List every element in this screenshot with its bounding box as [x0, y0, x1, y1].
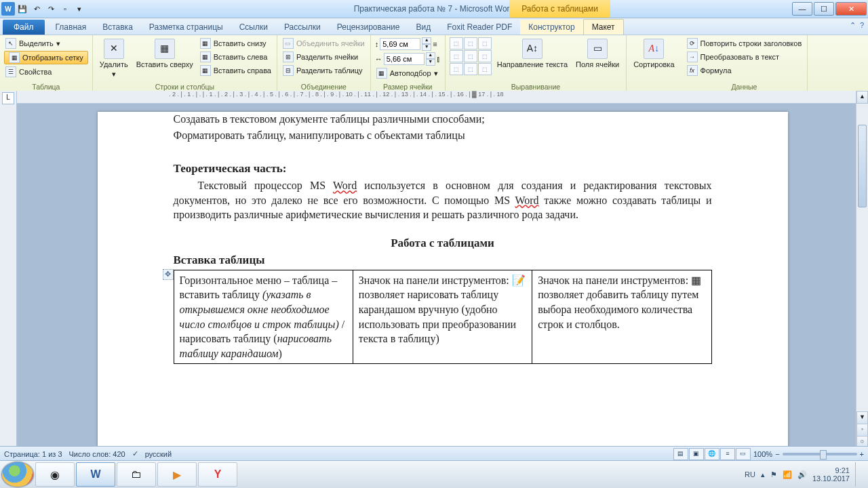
properties-button[interactable]: ☰Свойства — [4, 66, 88, 78]
col-width-input[interactable] — [384, 53, 425, 65]
page-indicator[interactable]: Страница: 1 из 3 — [4, 450, 62, 458]
spelling-error: Word — [333, 180, 357, 191]
col-left-icon: ▦ — [200, 52, 211, 62]
ribbon-tabs: Файл Главная Вставка Разметка страницы С… — [0, 18, 868, 35]
taskbar-explorer[interactable]: 🗀 — [117, 462, 156, 487]
minimize-ribbon-icon[interactable]: ⌃ — [850, 21, 856, 30]
tab-view[interactable]: Вид — [408, 20, 439, 35]
insert-above-button[interactable]: ▦Вставить сверху — [134, 37, 196, 70]
tray-lang[interactable]: RU — [745, 470, 755, 479]
taskbar-yandex[interactable]: Y — [198, 462, 237, 487]
taskbar: ◉ W 🗀 ▶ Y RU ▴ ⚑ 📶 🔊 9:21 13.10.2017 — [0, 460, 868, 488]
draft-view[interactable]: ▭ — [736, 448, 751, 460]
undo-icon[interactable]: ↶ — [30, 2, 43, 16]
new-icon[interactable]: ▫ — [58, 2, 72, 16]
zoom-slider[interactable] — [783, 453, 857, 455]
web-view[interactable]: 🌐 — [705, 448, 719, 460]
autofit-button[interactable]: ▦Автоподбор▾ — [375, 67, 441, 79]
sort-icon: A↓ — [644, 39, 664, 59]
print-layout-view[interactable]: ▤ — [673, 448, 688, 460]
page[interactable]: Создавать в текстовом документе таблицы … — [98, 112, 788, 461]
cell-margins-button[interactable]: ▭Поля ячейки — [573, 37, 622, 70]
minimize-button[interactable]: — — [792, 2, 812, 16]
tray-volume-icon[interactable]: 🔊 — [797, 470, 807, 479]
tray-time[interactable]: 9:21 — [812, 466, 850, 474]
scroll-down-button[interactable]: ▼ — [856, 411, 868, 424]
start-button[interactable] — [1, 462, 34, 487]
scroll-thumb[interactable] — [858, 125, 867, 207]
help-icon[interactable]: ? — [860, 21, 864, 30]
text-direction-button[interactable]: A↕Направление текста — [494, 37, 570, 70]
outline-view[interactable]: ≡ — [720, 448, 735, 460]
split-cells-button[interactable]: ⊞Разделить ячейки — [281, 51, 366, 63]
maximize-button[interactable]: ☐ — [814, 2, 834, 16]
insert-left-button[interactable]: ▦Вставить слева — [199, 51, 273, 63]
tab-pagelayout[interactable]: Разметка страницы — [141, 20, 231, 35]
heading: Теоретическая часть: — [174, 161, 712, 177]
dist-cols-icon[interactable]: ⫿ — [437, 55, 441, 63]
repeat-header-button[interactable]: ⟳Повторить строки заголовков — [686, 37, 804, 49]
taskbar-chrome[interactable]: ◉ — [35, 462, 75, 487]
grid-icon: ▦ — [9, 52, 20, 63]
insert-right-button[interactable]: ▦Вставить справа — [199, 64, 273, 77]
qat-dropdown-icon[interactable]: ▾ — [73, 2, 86, 16]
close-button[interactable]: ✕ — [835, 2, 867, 16]
tab-review[interactable]: Рецензирование — [329, 20, 408, 35]
tab-references[interactable]: Ссылки — [231, 20, 276, 35]
col-width-spinner[interactable]: ↔▲▼⫿ — [375, 52, 441, 66]
row-height-spinner[interactable]: ↕▲▼≡ — [375, 37, 441, 51]
document-table[interactable]: Горизонтальное меню – таблица – вставить… — [174, 270, 712, 365]
redo-icon[interactable]: ↷ — [44, 2, 58, 16]
tab-foxit[interactable]: Foxit Reader PDF — [439, 20, 520, 35]
table-cell[interactable]: Горизонтальное меню – таблица – вставить… — [174, 270, 353, 364]
proofing-icon[interactable]: ✓ — [132, 449, 138, 458]
delete-button[interactable]: ✕Удалить▾ — [97, 37, 131, 79]
tab-mailings[interactable]: Рассылки — [276, 20, 329, 35]
view-gridlines-button[interactable]: ▦Отобразить сетку — [4, 51, 88, 64]
taskbar-media[interactable]: ▶ — [157, 462, 197, 487]
horizontal-ruler[interactable]: . 2 . | . 1 . | . | . 1 . | . 2 . | . 3 … — [17, 91, 868, 104]
select-button[interactable]: ↖Выделить▾ — [4, 37, 88, 49]
vertical-scrollbar[interactable]: ▲ ▼ ◦ ○ ◦ — [856, 91, 868, 461]
tray-date[interactable]: 13.10.2017 — [812, 474, 850, 483]
word-count[interactable]: Число слов: 420 — [69, 450, 125, 458]
tab-design[interactable]: Конструктор — [520, 20, 583, 35]
language-indicator[interactable]: русский — [145, 450, 172, 458]
document-canvas[interactable]: . 2 . | . 1 . | . | . 1 . | . 2 . | . 3 … — [17, 91, 868, 461]
formula-button[interactable]: fxФормула — [686, 64, 804, 77]
save-icon[interactable]: 💾 — [16, 2, 29, 16]
zoom-in-button[interactable]: + — [860, 450, 864, 458]
zoom-level[interactable]: 100% — [753, 450, 772, 458]
tab-layout[interactable]: Макет — [583, 19, 624, 35]
scroll-up-button[interactable]: ▲ — [856, 91, 868, 104]
tray-action-icon[interactable]: ⚑ — [770, 470, 777, 479]
table-cell[interactable]: Значок на панели инструментов: ▦ позволя… — [532, 270, 711, 364]
tray-flag-icon[interactable]: ▴ — [761, 470, 765, 479]
heading: Вставка таблицы — [174, 253, 712, 268]
zoom-out-button[interactable]: − — [775, 450, 779, 458]
dist-rows-icon[interactable]: ≡ — [433, 40, 437, 48]
fullscreen-view[interactable]: ▣ — [689, 448, 704, 460]
row-height-input[interactable] — [380, 38, 420, 50]
status-bar: Страница: 1 из 3 Число слов: 420 ✓ русск… — [0, 446, 868, 461]
sort-button[interactable]: A↓Сортировка — [631, 37, 677, 70]
vertical-ruler[interactable]: L — [0, 91, 17, 461]
tab-insert[interactable]: Вставка — [94, 20, 141, 35]
insert-below-button[interactable]: ▦Вставить снизу — [199, 37, 273, 49]
tab-selector[interactable]: L — [2, 92, 14, 104]
taskbar-word[interactable]: W — [76, 462, 115, 487]
file-tab[interactable]: Файл — [3, 20, 45, 35]
tab-home[interactable]: Главная — [47, 20, 95, 35]
table-move-handle[interactable]: ✥ — [163, 269, 174, 280]
convert-text-button[interactable]: →Преобразовать в текст — [686, 51, 804, 63]
tray-network-icon[interactable]: 📶 — [783, 470, 792, 479]
contextual-tab-title: Работа с таблицами — [509, 0, 610, 18]
alignment-grid[interactable]: ⬚⬚⬚ ⬚⬚⬚ ⬚⬚⬚ — [450, 37, 492, 75]
prev-page-button[interactable]: ◦ — [856, 424, 868, 436]
col-right-icon: ▦ — [200, 65, 211, 76]
table-cell[interactable]: Значок на панели инструментов: 📝 позволя… — [353, 270, 532, 364]
window-title: Практическая работа № 7 - Microsoft Word — [0, 4, 868, 14]
height-icon: ↕ — [375, 40, 379, 48]
split-table-button[interactable]: ⊟Разделить таблицу — [281, 64, 366, 77]
show-desktop-button[interactable] — [855, 462, 863, 487]
